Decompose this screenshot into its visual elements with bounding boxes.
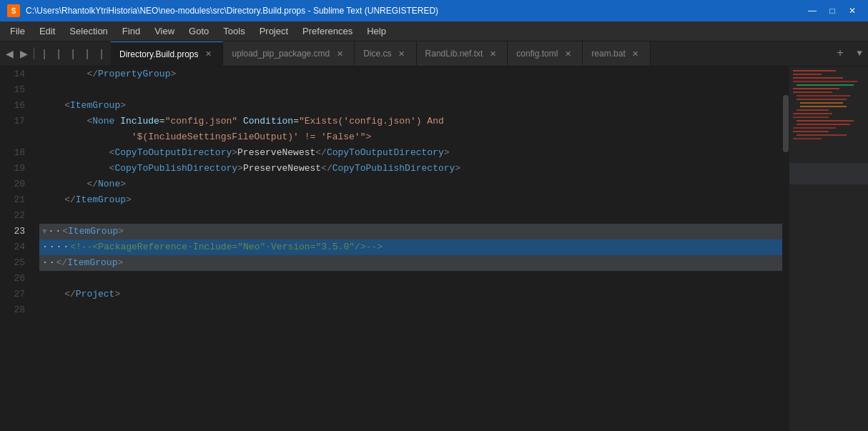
svg-rect-9 bbox=[797, 99, 847, 100]
code-line-14: </PropertyGroup> bbox=[39, 66, 789, 82]
scrollbar-thumb[interactable] bbox=[783, 95, 789, 152]
tab-config-toml[interactable]: config.toml ✕ bbox=[508, 41, 583, 66]
code-line-17: <None Include="config.json" Condition="E… bbox=[39, 114, 789, 129]
code-line-16: <ItemGroup> bbox=[39, 98, 789, 114]
tab-nav-buttons: ◀ ▶ | | | | | bbox=[0, 41, 111, 66]
svg-rect-3 bbox=[793, 77, 843, 79]
line-num-26: 26 bbox=[0, 271, 31, 287]
tab-dice-cs[interactable]: Dice.cs ✕ bbox=[355, 41, 416, 66]
code-line-17b: '$(IncludeSettingsFileOutput)' != 'False… bbox=[39, 129, 789, 145]
code-line-23: ▼··<ItemGroup> bbox=[39, 224, 789, 239]
tab-stack-5[interactable]: | bbox=[95, 46, 108, 61]
svg-rect-17 bbox=[793, 127, 836, 129]
tab-stack-2[interactable]: | bbox=[52, 46, 65, 61]
code-line-18: <CopyToOutputDirectory>PreserveNewest</C… bbox=[39, 145, 789, 161]
code-line-28 bbox=[39, 302, 789, 318]
tab-stack-4[interactable]: | bbox=[81, 46, 94, 61]
tab-label: config.toml bbox=[516, 49, 558, 59]
line-num-18: 18 bbox=[0, 145, 31, 161]
tab-close-dice-cs[interactable]: ✕ bbox=[396, 48, 408, 59]
svg-rect-19 bbox=[797, 134, 847, 136]
tab-close-randlib-nef[interactable]: ✕ bbox=[487, 48, 498, 59]
tab-label: Dice.cs bbox=[363, 49, 391, 59]
menu-preferences[interactable]: Preferences bbox=[295, 24, 360, 38]
svg-rect-16 bbox=[797, 124, 850, 125]
editor-area: 14 15 16 17 18 19 20 21 22 23 24 25 26 2… bbox=[0, 66, 868, 431]
menu-tools[interactable]: Tools bbox=[216, 24, 252, 38]
minimap-canvas bbox=[789, 66, 868, 395]
line-num-28: 28 bbox=[0, 302, 31, 318]
code-line-25: ··</ItemGroup> bbox=[39, 255, 789, 271]
app-logo: S bbox=[7, 4, 20, 17]
svg-rect-12 bbox=[797, 109, 829, 111]
title-bar: S C:\Users\RhantolkYtriHistoria\NEO\neo-… bbox=[0, 0, 868, 21]
close-button[interactable]: ✕ bbox=[844, 4, 861, 18]
code-content[interactable]: </PropertyGroup> <ItemGroup> <None Inclu… bbox=[39, 66, 789, 431]
minimize-button[interactable]: — bbox=[804, 4, 821, 18]
code-line-15 bbox=[39, 82, 789, 98]
tab-bar: ◀ ▶ | | | | | Directory.Build.props ✕ up… bbox=[0, 41, 868, 66]
tab-label: upload_pip_package.cmd bbox=[232, 49, 330, 59]
line-num-19: 19 bbox=[0, 161, 31, 177]
tab-divider bbox=[34, 48, 34, 59]
maximize-button[interactable]: □ bbox=[824, 4, 841, 18]
line-num-24: 24 bbox=[0, 239, 31, 255]
line-num-17: 17 bbox=[0, 114, 31, 129]
menu-goto[interactable]: Goto bbox=[182, 24, 216, 38]
tab-prev-button[interactable]: ◀ bbox=[3, 46, 16, 61]
tab-label: Directory.Build.props bbox=[119, 49, 198, 59]
menu-selection[interactable]: Selection bbox=[62, 24, 114, 38]
svg-rect-4 bbox=[793, 81, 857, 82]
tab-add-button[interactable]: + bbox=[829, 41, 851, 66]
tab-stack-1[interactable]: | bbox=[38, 46, 51, 61]
line-num-25: 25 bbox=[0, 255, 31, 271]
tab-next-button[interactable]: ▶ bbox=[17, 46, 30, 61]
menu-project[interactable]: Project bbox=[252, 24, 295, 38]
svg-rect-15 bbox=[797, 120, 854, 122]
line-num-22: 22 bbox=[0, 208, 31, 224]
svg-rect-11 bbox=[800, 106, 847, 107]
minimap[interactable] bbox=[789, 66, 868, 431]
menu-edit[interactable]: Edit bbox=[32, 24, 62, 38]
menu-view[interactable]: View bbox=[147, 24, 182, 38]
svg-rect-7 bbox=[793, 91, 832, 93]
code-line-27: </Project> bbox=[39, 287, 789, 302]
code-line-19: <CopyToPublishDirectory>PreserveNewest</… bbox=[39, 161, 789, 177]
tab-dropdown-button[interactable]: ▼ bbox=[851, 41, 868, 66]
title-bar-controls[interactable]: — □ ✕ bbox=[804, 4, 861, 18]
code-area[interactable]: 14 15 16 17 18 19 20 21 22 23 24 25 26 2… bbox=[0, 66, 868, 431]
tabs-container: Directory.Build.props ✕ upload_pip_packa… bbox=[111, 41, 829, 66]
line-num-21: 21 bbox=[0, 192, 31, 208]
tab-close-ream-bat[interactable]: ✕ bbox=[630, 48, 641, 59]
tab-upload-pip-package[interactable]: upload_pip_package.cmd ✕ bbox=[223, 41, 355, 66]
svg-rect-1 bbox=[793, 70, 836, 71]
code-line-20: </None> bbox=[39, 177, 789, 192]
svg-rect-6 bbox=[793, 88, 839, 89]
tab-label: RandLib.nef.txt bbox=[425, 49, 483, 59]
tab-ream-bat[interactable]: ream.bat ✕ bbox=[583, 41, 650, 66]
tab-stack-3[interactable]: | bbox=[66, 46, 79, 61]
window-title: C:\Users\RhantolkYtriHistoria\NEO\neo-mo… bbox=[26, 6, 438, 16]
line-num-16: 16 bbox=[0, 98, 31, 114]
title-bar-left: S C:\Users\RhantolkYtriHistoria\NEO\neo-… bbox=[7, 4, 438, 17]
tab-directory-build-props[interactable]: Directory.Build.props ✕ bbox=[111, 41, 223, 66]
tab-close-upload-pip[interactable]: ✕ bbox=[334, 48, 345, 59]
svg-rect-20 bbox=[793, 138, 822, 139]
tab-close-directory-build-props[interactable]: ✕ bbox=[202, 49, 214, 60]
svg-rect-18 bbox=[793, 131, 829, 132]
menu-file[interactable]: File bbox=[3, 24, 32, 38]
menu-find[interactable]: Find bbox=[115, 24, 147, 38]
svg-rect-0 bbox=[789, 66, 868, 395]
line-num-14: 14 bbox=[0, 66, 31, 82]
svg-rect-21 bbox=[789, 163, 868, 184]
code-line-24: ····<!--<PackageReference·Include="Neo"·… bbox=[39, 239, 789, 255]
tab-randlib-nef[interactable]: RandLib.nef.txt ✕ bbox=[417, 41, 508, 66]
svg-rect-5 bbox=[797, 84, 854, 86]
menu-bar: File Edit Selection Find View Goto Tools… bbox=[0, 21, 868, 41]
tab-close-config-toml[interactable]: ✕ bbox=[562, 48, 573, 59]
menu-help[interactable]: Help bbox=[360, 24, 393, 38]
vertical-scrollbar[interactable] bbox=[782, 66, 789, 431]
line-num-17b bbox=[0, 129, 31, 145]
svg-rect-10 bbox=[800, 102, 843, 104]
code-line-22 bbox=[39, 208, 789, 224]
